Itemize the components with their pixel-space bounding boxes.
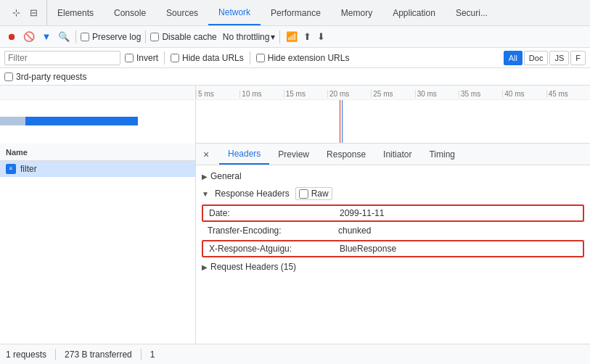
record-stop-button[interactable]: ⏺ [4,30,19,44]
timeline-left [0,86,196,143]
header-name-x-response: X-Response-Atguigu: [209,244,340,254]
header-row-x-response: X-Response-Atguigu: BlueResponse [202,240,584,257]
filter-sep2 [250,51,250,65]
blue-vline [342,100,343,143]
filter-all-btn[interactable]: All [504,51,523,65]
tab-elements[interactable]: Elements [47,0,104,25]
mark-5ms: 5 ms [196,90,239,98]
tab-application[interactable]: Application [382,0,446,25]
filter-type-buttons: All Doc JS F [504,51,586,65]
tab-timing[interactable]: Timing [420,144,464,165]
tab-memory[interactable]: Memory [331,0,382,25]
third-party-label[interactable]: 3rd-party requests [4,72,86,82]
main-content: Name ≡ filter × Headers Preview Response… [0,144,590,344]
transferred-count: 273 B transferred [65,349,132,360]
invert-label[interactable]: Invert [125,53,158,63]
response-headers-label: Response Headers [215,189,290,199]
response-headers-section: ▼ Response Headers Raw Date: 2099-11-11 … [196,184,590,257]
mark-45ms: 45 ms [546,90,590,98]
red-vline [340,100,340,143]
status-sep2 [141,349,142,360]
hide-data-urls-label[interactable]: Hide data URLs [171,53,244,63]
filter-sep [164,51,165,65]
general-section-header[interactable]: ▶ General [196,168,590,184]
response-headers-triangle-icon: ▼ [202,190,209,198]
top-tab-bar: ⊹ ⊟ Elements Console Sources Network Per… [0,0,590,26]
tab-console[interactable]: Console [104,0,156,25]
request-item-filter[interactable]: ≡ filter [0,161,195,177]
invert-checkbox[interactable] [125,54,134,62]
hide-ext-urls-checkbox[interactable] [256,54,265,62]
filter-icon-button[interactable]: ▼ [39,30,54,44]
request-list: Name ≡ filter [0,144,196,344]
tab-performance[interactable]: Performance [261,0,331,25]
separator-3 [279,30,280,44]
filter-js-btn[interactable]: JS [549,51,569,65]
name-column-header: Name [6,148,28,157]
mark-35ms: 35 ms [459,90,502,98]
hide-ext-urls-text: Hide extension URLs [268,53,350,63]
status-bar: 1 requests 273 B transferred 1 [0,344,590,364]
timeline-ruler-left [0,86,195,100]
tab-headers[interactable]: Headers [219,144,269,165]
separator-1 [75,30,76,44]
request-headers-label: Request Headers (15) [210,262,296,272]
tab-response[interactable]: Response [318,144,374,165]
request-file-icon: ≡ [6,164,16,174]
bar-gray [0,117,25,125]
close-panel-button[interactable]: × [199,147,213,162]
hide-ext-urls-label[interactable]: Hide extension URLs [256,53,350,63]
response-headers-title-row: ▼ Response Headers Raw [196,184,590,203]
wifi-icon: 📶 [286,31,298,42]
bar-blue [25,117,138,125]
timeline-ruler: 5 ms 10 ms 15 ms 20 ms 25 ms 30 ms 35 ms… [196,86,590,100]
mark-25ms: 25 ms [371,90,414,98]
header-row-transfer-encoding: Transfer-Encoding: chunked [196,223,590,239]
disable-cache-checkbox[interactable] [150,33,159,41]
tab-preview[interactable]: Preview [269,144,318,165]
third-party-text: 3rd-party requests [16,72,86,82]
search-button[interactable]: 🔍 [57,30,71,44]
tab-initiator[interactable]: Initiator [374,144,420,165]
tab-security[interactable]: Securi... [446,0,498,25]
inspect-icon[interactable]: ⊹ [9,6,23,20]
request-list-header: Name [0,144,195,161]
devtools-icons: ⊹ ⊟ [3,0,47,25]
mark-15ms: 15 ms [284,90,327,98]
tab-sources[interactable]: Sources [156,0,208,25]
mark-20ms: 20 ms [327,90,371,98]
clear-button[interactable]: 🚫 [22,30,36,44]
raw-checkbox[interactable] [299,189,308,199]
preserve-log-checkbox[interactable] [81,33,89,41]
status-sep1 [55,349,56,360]
download-icon[interactable]: ⬇ [317,31,325,42]
disable-cache-label[interactable]: Disable cache [150,32,216,42]
hide-data-urls-checkbox[interactable] [171,54,179,62]
header-name-transfer: Transfer-Encoding: [208,226,338,236]
filter-input[interactable] [4,51,120,65]
third-party-row: 3rd-party requests [0,68,590,86]
upload-icon[interactable]: ⬆ [303,31,311,42]
raw-label[interactable]: Raw [295,187,332,200]
preserve-log-label[interactable]: Preserve log [81,32,141,42]
filter-doc-btn[interactable]: Doc [524,51,549,65]
mark-40ms: 40 ms [502,90,546,98]
third-party-checkbox[interactable] [4,73,13,81]
throttle-selector[interactable]: No throttling ▾ [223,32,276,42]
hide-data-urls-text: Hide data URLs [182,53,244,63]
general-section-label: General [210,171,242,181]
mark-10ms: 10 ms [239,90,283,98]
header-value-date: 2099-11-11 [340,208,577,218]
filter-more-btn[interactable]: F [570,51,586,65]
request-headers-section-header[interactable]: ▶ Request Headers (15) [196,259,590,275]
separator-2 [145,30,146,44]
timeline-section: 5 ms 10 ms 15 ms 20 ms 25 ms 30 ms 35 ms… [0,86,590,144]
device-icon[interactable]: ⊟ [26,6,41,20]
waterfall-area [196,100,590,143]
header-value-transfer: chunked [338,226,578,236]
header-value-x-response: BlueResponse [340,244,577,254]
preserve-log-text: Preserve log [92,32,141,42]
filter-bar: Invert Hide data URLs Hide extension URL… [0,48,590,68]
throttle-arrow: ▾ [271,32,275,42]
tab-network[interactable]: Network [208,0,261,25]
